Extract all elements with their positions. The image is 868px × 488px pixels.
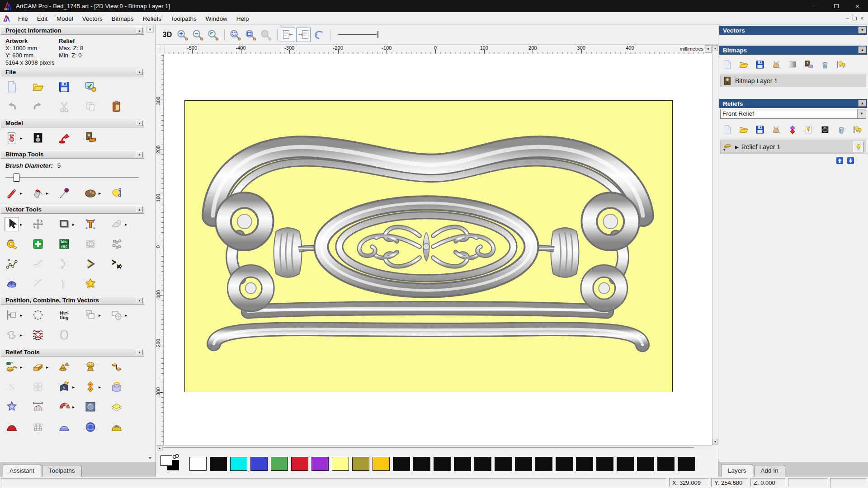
flyout-arrow[interactable]: ▸ <box>99 385 101 389</box>
snap-points-icon[interactable] <box>109 237 124 251</box>
delete-layer-icon[interactable] <box>820 59 830 70</box>
relief-layer-name[interactable]: Relief Layer 1 <box>741 143 780 150</box>
menu-file[interactable]: File <box>14 14 33 24</box>
layer-visibility-button[interactable] <box>853 141 864 152</box>
link-colours-icon[interactable] <box>172 454 179 460</box>
fluting-icon[interactable] <box>31 328 45 342</box>
tab-toolpaths[interactable]: Toolpaths <box>42 465 82 477</box>
pan-view-icon[interactable] <box>311 28 326 42</box>
palette-swatch-18[interactable] <box>556 457 573 471</box>
collapse-button[interactable]: ▲ <box>136 151 143 157</box>
save-icon[interactable] <box>755 124 765 135</box>
palette-swatch-12[interactable] <box>434 457 451 471</box>
view-contrast-slider[interactable] <box>338 29 381 40</box>
tab-add-in[interactable]: Add In <box>754 465 785 477</box>
bridge-icon[interactable] <box>31 399 45 414</box>
view-3d-icon[interactable]: 3D <box>160 28 174 42</box>
mesh-icon[interactable] <box>83 237 98 251</box>
primary-colour-swatch[interactable] <box>160 455 172 466</box>
expand-arrow[interactable]: ▶ <box>735 145 739 150</box>
menu-reliefs[interactable]: Reliefs <box>138 14 166 24</box>
menu-bitmaps[interactable]: Bitmaps <box>107 14 138 24</box>
toggle-bitmap-view-icon[interactable] <box>281 28 295 42</box>
toggle-all-visibility-icon[interactable] <box>836 59 847 70</box>
wave-yellow-icon[interactable] <box>109 419 124 434</box>
new-document-icon[interactable] <box>722 59 733 70</box>
twist-icon[interactable] <box>57 328 71 342</box>
flyout-arrow[interactable]: ▸ <box>20 191 22 196</box>
text-block-icon[interactable] <box>57 237 71 251</box>
primary-secondary-colours[interactable] <box>160 455 184 472</box>
flyout-arrow[interactable]: ▸ <box>125 222 127 227</box>
gold-bar-icon[interactable] <box>31 360 45 374</box>
toggle-vector-view-icon[interactable] <box>296 28 311 42</box>
expand-button[interactable]: ▼ <box>859 27 866 33</box>
paint-icon[interactable] <box>5 186 19 200</box>
measure-icon[interactable] <box>5 237 19 251</box>
tab-layers[interactable]: Layers <box>721 464 753 477</box>
merge-vectors-icon[interactable] <box>109 308 124 322</box>
relief-select-dropdown[interactable]: Front Relief ▼ <box>720 109 866 119</box>
red-relief-icon[interactable] <box>5 419 19 434</box>
sphere-pattern-icon[interactable] <box>83 419 98 434</box>
zoom-out-icon[interactable] <box>190 28 205 42</box>
palette-swatch-17[interactable] <box>535 457 552 471</box>
collapse-button[interactable]: ▲ <box>859 100 866 107</box>
new-document-icon[interactable] <box>722 124 733 135</box>
polyline-icon[interactable] <box>5 257 19 271</box>
redo-icon[interactable] <box>31 99 45 114</box>
palette-swatch-22[interactable] <box>637 457 654 471</box>
brush-diameter-slider[interactable] <box>5 174 139 182</box>
bitmap-layer-row[interactable]: Bitmap Layer 1 <box>720 75 866 87</box>
block-copy-icon[interactable] <box>83 308 98 322</box>
paste-special-icon[interactable] <box>109 99 124 114</box>
flyout-arrow[interactable]: ▸ <box>99 313 101 318</box>
palette-swatch-24[interactable] <box>678 457 695 471</box>
menu-window[interactable]: Window <box>201 14 232 24</box>
palette-swatch-11[interactable] <box>413 457 430 471</box>
zoom-in-icon[interactable] <box>175 28 189 42</box>
flyout-arrow[interactable]: ▸ <box>20 365 22 370</box>
ruler-units-dropdown[interactable]: ▼ <box>705 45 712 53</box>
block-create-icon[interactable] <box>31 237 45 251</box>
weld-icon[interactable] <box>5 328 19 342</box>
drawing-viewport[interactable] <box>164 54 712 445</box>
palette-swatch-5[interactable] <box>291 457 308 471</box>
lighting-icon[interactable] <box>57 131 71 145</box>
zoom-previous-icon[interactable] <box>206 28 220 42</box>
relief-layer-row[interactable]: ▶ Relief Layer 1 <box>720 140 866 154</box>
scroll-down-button[interactable]: ⌄ <box>146 454 154 460</box>
flyout-arrow[interactable]: ▸ <box>46 191 48 196</box>
merge-layer-icon[interactable] <box>803 59 814 70</box>
greyscale-preview-icon[interactable] <box>31 131 45 145</box>
mdi-close-button[interactable]: × <box>860 16 863 21</box>
collapse-button[interactable]: ▲ <box>136 28 143 33</box>
shape-mushroom-icon[interactable] <box>83 360 98 374</box>
offset-relief-icon[interactable] <box>109 399 124 414</box>
bitmap-layer-name[interactable]: Bitmap Layer 1 <box>735 77 778 84</box>
flyout-arrow[interactable]: ▸ <box>20 222 22 227</box>
bitmap-to-vector-icon[interactable] <box>109 186 124 200</box>
palette-swatch-3[interactable] <box>250 457 268 471</box>
palette-swatch-9[interactable] <box>373 457 390 471</box>
offset-vector-icon[interactable] <box>83 257 98 271</box>
emboss-book-icon[interactable] <box>57 380 71 394</box>
gradient-fade-icon[interactable] <box>787 59 798 70</box>
palette-swatch-8[interactable] <box>352 457 369 471</box>
zoom-box-icon[interactable] <box>228 28 242 42</box>
dome-icon[interactable] <box>5 277 19 291</box>
menu-edit[interactable]: Edit <box>33 14 52 24</box>
model-from-bitmap-icon[interactable] <box>5 131 19 145</box>
slider-thumb[interactable] <box>14 174 19 182</box>
palette-swatch-14[interactable] <box>474 457 491 471</box>
palette-swatch-15[interactable] <box>495 457 512 471</box>
flyout-arrow[interactable]: ▸ <box>72 222 75 227</box>
nesting-icon[interactable] <box>57 308 71 322</box>
menu-toolpaths[interactable]: Toolpaths <box>166 14 201 24</box>
flood-fill-icon[interactable] <box>31 186 45 200</box>
minimize-button[interactable]: – <box>804 0 826 12</box>
menu-vectors[interactable]: Vectors <box>78 14 107 24</box>
palette-swatch-16[interactable] <box>515 457 532 471</box>
palette-icon[interactable] <box>83 186 98 200</box>
preferences-icon[interactable] <box>83 80 98 94</box>
